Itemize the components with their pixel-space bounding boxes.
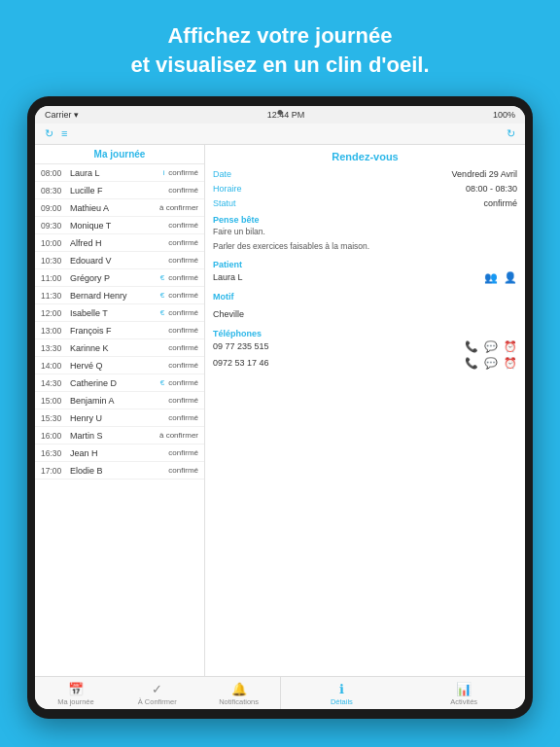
menu-icon[interactable]: ≡ <box>61 127 67 140</box>
schedule-item[interactable]: 16:00 Martin S à confirmer <box>35 427 204 445</box>
schedule-item[interactable]: 14:30 Catherine D €confirmé <box>35 374 204 392</box>
schedule-item[interactable]: 14:00 Hervé Q confirmé <box>35 357 204 374</box>
schedule-item[interactable]: 10:00 Alfred H confirmé <box>35 234 204 252</box>
patient-person-icon[interactable]: 👤 <box>504 271 517 284</box>
schedule-list[interactable]: 08:00 Laura L iconfirmé 08:30 Lucille F … <box>35 164 204 676</box>
schedule-item[interactable]: 12:00 Isabelle T €confirmé <box>35 304 204 322</box>
patient-label: Patient <box>213 260 517 269</box>
phone1-number: 09 77 235 515 <box>213 341 269 351</box>
item-name: Jean H <box>70 448 168 458</box>
item-time: 15:30 <box>41 413 70 423</box>
date-row: Date Vendredi 29 Avril <box>213 168 517 181</box>
schedule-item[interactable]: 13:30 Karinne K confirmé <box>35 339 204 357</box>
schedule-item[interactable]: 08:30 Lucille F confirmé <box>35 182 204 199</box>
item-name: Laura L <box>70 168 163 178</box>
item-time: 09:00 <box>41 203 70 213</box>
phone2-number: 0972 53 17 46 <box>213 358 269 368</box>
phone2-actions[interactable]: 📞 💬 ⏰ <box>465 357 517 370</box>
right-refresh-icon[interactable]: ↻ <box>507 127 515 140</box>
schedule-item[interactable]: 11:00 Grégory P €confirmé <box>35 269 204 287</box>
tab-details[interactable]: ℹ Détails <box>281 677 403 709</box>
phone2-sms-icon[interactable]: 💬 <box>484 357 498 370</box>
schedule-item[interactable]: 11:30 Bernard Henry €confirmé <box>35 287 204 304</box>
refresh-icon[interactable]: ↻ <box>45 127 53 140</box>
item-name: Lucille F <box>70 186 168 196</box>
schedule-item[interactable]: 17:00 Elodie B confirmé <box>35 462 204 480</box>
phone1-sms-icon[interactable]: 💬 <box>484 340 498 353</box>
schedule-item[interactable]: 09:30 Monique T confirmé <box>35 217 204 234</box>
phone1-call-icon[interactable]: 📞 <box>465 340 478 353</box>
telephones-label: Téléphones <box>213 329 517 338</box>
item-status: €confirmé <box>160 273 198 282</box>
item-name: Edouard V <box>70 256 168 266</box>
horaire-row: Horaire 08:00 - 08:30 <box>213 183 517 196</box>
item-name: Henry U <box>70 413 168 423</box>
item-status: confirmé <box>168 256 198 265</box>
item-time: 13:00 <box>41 326 70 336</box>
horaire-label: Horaire <box>213 183 263 196</box>
schedule-item[interactable]: 16:30 Jean H confirmé <box>35 445 204 462</box>
right-panel[interactable]: Rendez-vous Date Vendredi 29 Avril Horai… <box>205 145 525 676</box>
item-status: confirmé <box>168 448 198 457</box>
phone2-call-icon[interactable]: 📞 <box>465 357 478 370</box>
patient-group-icon[interactable]: 👥 <box>484 271 498 284</box>
phone2-reminder-icon[interactable]: ⏰ <box>504 357 517 370</box>
schedule-item[interactable]: 10:30 Edouard V confirmé <box>35 252 204 269</box>
header-line2: et visualisez en un clin d'oeil. <box>130 53 429 77</box>
item-name: François F <box>70 326 168 336</box>
tab-notifications[interactable]: 🔔 Notifications <box>198 677 280 709</box>
schedule-item[interactable]: 09:00 Mathieu A à confirmer <box>35 199 204 217</box>
motif-value: Cheville <box>213 309 244 319</box>
status-time: 12:44 PM <box>267 110 305 120</box>
item-name: Isabelle T <box>70 308 160 318</box>
phone1-actions[interactable]: 📞 💬 ⏰ <box>465 340 517 353</box>
item-time: 14:30 <box>41 378 70 388</box>
item-badge: i <box>163 168 165 177</box>
item-time: 10:30 <box>41 256 70 266</box>
tab-activites-icon: 📊 <box>456 682 472 696</box>
horaire-value: 08:00 - 08:30 <box>263 183 517 196</box>
item-time: 10:00 <box>41 238 70 248</box>
tab-activites[interactable]: 📊 Activités <box>402 677 525 709</box>
tab-a-confirmer[interactable]: ✓ À Confirmer <box>117 677 198 709</box>
patient-row: Laura L 👥 👤 <box>213 271 517 284</box>
item-badge: € <box>160 308 164 317</box>
carrier-text: Carrier ▾ <box>45 110 79 120</box>
motif-section: Cheville <box>213 303 517 321</box>
item-name: Mathieu A <box>70 203 159 213</box>
right-tab-group: ℹ Détails 📊 Activités <box>281 677 526 709</box>
schedule-item[interactable]: 15:30 Henry U confirmé <box>35 409 204 427</box>
item-time: 15:00 <box>41 396 70 406</box>
item-name: Monique T <box>70 221 168 231</box>
item-status: confirmé <box>168 238 198 247</box>
motif-label: Motif <box>213 292 517 302</box>
item-status: €confirmé <box>160 291 198 300</box>
pense-bete-label: Pense bête <box>213 215 517 225</box>
phone1-entry: 09 77 235 515 📞 💬 ⏰ <box>213 340 517 353</box>
phone1-reminder-icon[interactable]: ⏰ <box>504 340 517 353</box>
schedule-item[interactable]: 13:00 François F confirmé <box>35 322 204 339</box>
tab-ma-journee[interactable]: 📅 Ma journée <box>35 677 117 709</box>
item-status: iconfirmé <box>163 168 198 177</box>
phone2-entry: 0972 53 17 46 📞 💬 ⏰ <box>213 357 517 370</box>
tab-activites-label: Activités <box>450 697 477 706</box>
item-name: Bernard Henry <box>70 291 160 301</box>
status-bar: Carrier ▾ 12:44 PM 100% <box>35 106 525 124</box>
pense-bete-line1: Faire un bilan. <box>213 227 517 238</box>
item-status: €confirmé <box>160 308 198 317</box>
item-name: Elodie B <box>70 466 168 476</box>
item-time: 13:30 <box>41 343 70 353</box>
item-badge: € <box>160 291 164 300</box>
schedule-item[interactable]: 08:00 Laura L iconfirmé <box>35 164 204 182</box>
patient-action-icons[interactable]: 👥 👤 <box>484 271 517 284</box>
item-status: confirmé <box>168 413 198 422</box>
item-status: confirmé <box>168 326 198 335</box>
battery-indicator: 100% <box>493 110 515 120</box>
tablet-frame: Carrier ▾ 12:44 PM 100% ↻ ≡ ↻ Ma journée <box>27 96 533 719</box>
date-label: Date <box>213 168 263 181</box>
item-time: 12:00 <box>41 308 70 318</box>
item-time: 16:00 <box>41 431 70 441</box>
tab-details-label: Détails <box>331 697 353 706</box>
schedule-item[interactable]: 15:00 Benjamin A confirmé <box>35 392 204 409</box>
item-time: 16:30 <box>41 448 70 458</box>
